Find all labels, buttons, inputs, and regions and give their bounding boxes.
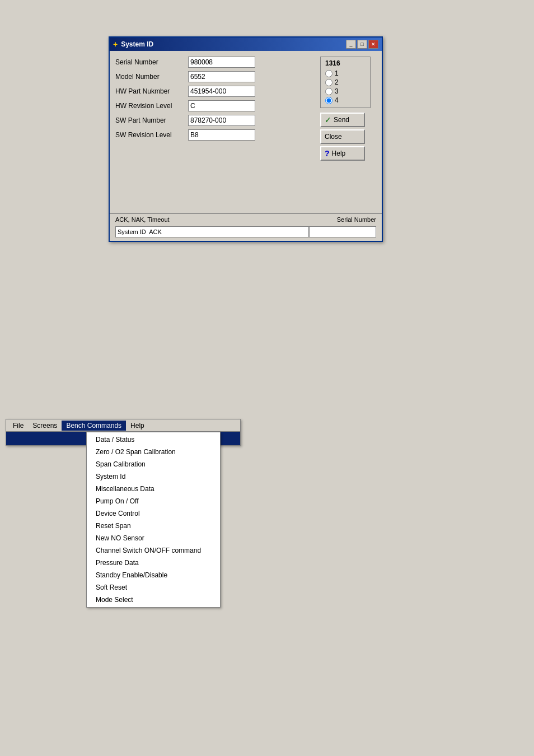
menu-pump-on-off[interactable]: Pump On / Off xyxy=(87,495,220,507)
menu-span-calibration[interactable]: Span Calibration xyxy=(87,458,220,470)
menu-standby-enable[interactable]: Standby Enable/Disable xyxy=(87,569,220,581)
menu-screens[interactable]: Screens xyxy=(28,421,62,431)
radio-item-2: 2 xyxy=(325,78,366,86)
status-right-input[interactable] xyxy=(309,226,376,237)
titlebar-buttons: _ □ ✕ xyxy=(346,40,378,49)
menu-new-no-sensor[interactable]: New NO Sensor xyxy=(87,532,220,544)
menubar: File Screens Bench Commands Help xyxy=(6,419,240,432)
radio-group-box: 1316 1 2 3 4 xyxy=(320,57,371,108)
radio-2-label: 2 xyxy=(335,78,339,86)
close-label: Close xyxy=(325,133,342,141)
dropdown-menu: Data / Status Zero / O2 Span Calibration… xyxy=(86,432,221,608)
menu-system-id[interactable]: System Id xyxy=(87,470,220,483)
radio-3-label: 3 xyxy=(335,87,339,95)
sw-part-label: SW Part Number xyxy=(115,116,188,124)
serial-number-input[interactable] xyxy=(188,57,255,68)
sw-revision-input[interactable] xyxy=(188,129,255,141)
radio-item-4: 4 xyxy=(325,96,366,104)
menu-reset-span[interactable]: Reset Span xyxy=(87,520,220,532)
form-fields: Serial Number Model Number HW Part Nukmb… xyxy=(115,57,315,163)
menu-help[interactable]: Help xyxy=(126,421,149,431)
hw-revision-row: HW Revision Level xyxy=(115,100,315,111)
model-number-input[interactable] xyxy=(188,71,255,82)
dialog-title: + System ID xyxy=(113,40,153,49)
send-check-icon: ✓ xyxy=(325,115,331,124)
sw-part-input[interactable] xyxy=(188,115,255,126)
radio-1[interactable] xyxy=(325,70,332,77)
close-button[interactable]: Close xyxy=(320,129,365,144)
hw-revision-label: HW Revision Level xyxy=(115,102,188,110)
menu-zero-o2-span[interactable]: Zero / O2 Span Calibration xyxy=(87,446,220,458)
dialog-titlebar: + System ID _ □ ✕ xyxy=(110,38,382,51)
status-input-row xyxy=(110,225,382,241)
menu-device-control[interactable]: Device Control xyxy=(87,507,220,520)
menu-miscellaneous-data[interactable]: Miscellaneous Data xyxy=(87,483,220,495)
radio-group-title: 1316 xyxy=(325,59,366,67)
sw-revision-label: SW Revision Level xyxy=(115,131,188,139)
radio-item-1: 1 xyxy=(325,69,366,77)
menu-bench-commands[interactable]: Bench Commands xyxy=(62,421,126,431)
send-label: Send xyxy=(334,116,349,124)
menu-file[interactable]: File xyxy=(8,421,28,431)
model-number-row: Model Number xyxy=(115,71,315,82)
radio-3[interactable] xyxy=(325,88,332,95)
status-bar: ACK, NAK, Timeout Serial Number xyxy=(110,213,382,225)
dialog-title-text: System ID xyxy=(121,40,153,48)
radio-4[interactable] xyxy=(325,97,332,104)
title-icon: + xyxy=(113,40,118,49)
status-right-label: Serial Number xyxy=(309,216,376,223)
restore-button[interactable]: □ xyxy=(357,40,367,49)
menubar-container: File Screens Bench Commands Help Data / … xyxy=(6,419,241,446)
radio-1-label: 1 xyxy=(335,69,339,77)
hw-part-input[interactable] xyxy=(188,86,255,97)
minimize-button[interactable]: _ xyxy=(346,40,356,49)
menu-pressure-data[interactable]: Pressure Data xyxy=(87,557,220,569)
status-left-input[interactable] xyxy=(115,226,309,237)
radio-item-3: 3 xyxy=(325,87,366,95)
system-id-dialog: + System ID _ □ ✕ Serial Number Model Nu… xyxy=(109,36,383,242)
radio-4-label: 4 xyxy=(335,96,339,104)
hw-part-row: HW Part Nukmber xyxy=(115,86,315,97)
model-number-label: Model Number xyxy=(115,73,188,81)
serial-number-row: Serial Number xyxy=(115,57,315,68)
help-button[interactable]: ? Help xyxy=(320,146,365,161)
menu-soft-reset[interactable]: Soft Reset xyxy=(87,581,220,594)
dialog-body: Serial Number Model Number HW Part Nukmb… xyxy=(110,51,382,169)
radio-2[interactable] xyxy=(325,79,332,86)
menu-channel-switch[interactable]: Channel Switch ON/OFF command xyxy=(87,544,220,557)
serial-number-label: Serial Number xyxy=(115,58,188,66)
send-button[interactable]: ✓ Send xyxy=(320,113,365,127)
sw-revision-row: SW Revision Level xyxy=(115,129,315,141)
menu-mode-select[interactable]: Mode Select xyxy=(87,594,220,606)
sw-part-row: SW Part Number xyxy=(115,115,315,126)
hw-part-label: HW Part Nukmber xyxy=(115,87,188,95)
help-label: Help xyxy=(332,150,346,157)
dialog-bottom-area xyxy=(110,169,382,213)
help-question-icon: ? xyxy=(325,149,330,158)
close-window-button[interactable]: ✕ xyxy=(368,40,378,49)
hw-revision-input[interactable] xyxy=(188,100,255,111)
menu-data-status[interactable]: Data / Status xyxy=(87,433,220,446)
dialog-right-panel: 1316 1 2 3 4 ✓ xyxy=(320,57,376,163)
status-left-label: ACK, NAK, Timeout xyxy=(115,216,309,223)
